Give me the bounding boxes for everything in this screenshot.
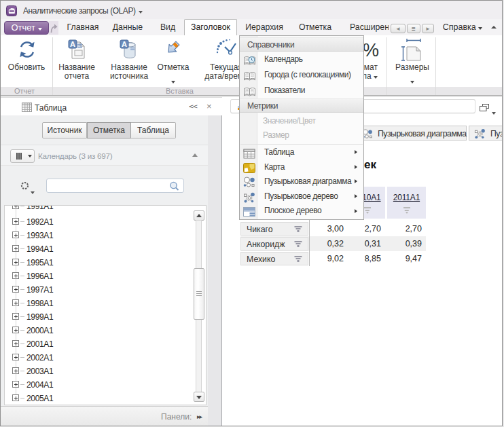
svg-text:A: A <box>70 40 75 48</box>
svg-text:A: A <box>122 40 127 48</box>
